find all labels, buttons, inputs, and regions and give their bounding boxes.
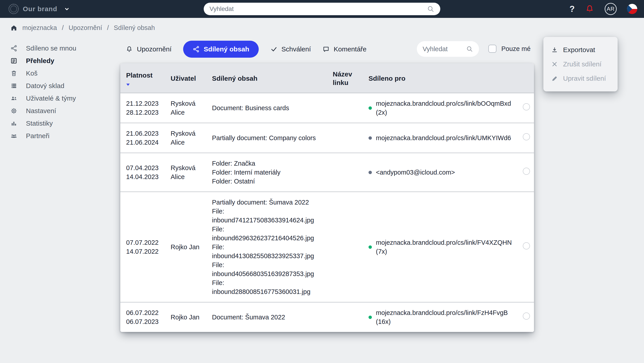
table-search-input[interactable]: Vyhledat (417, 41, 479, 57)
table-header-row: Platnost Uživatel Sdílený obsah Název li… (120, 63, 534, 93)
topbar: Our brand Vyhledat ? AR (0, 0, 644, 18)
shared-content-table: Platnost Uživatel Sdílený obsah Název li… (120, 63, 534, 332)
column-header-platnost[interactable]: Platnost (120, 63, 166, 93)
tab-label: Sdílený obsah (204, 45, 249, 53)
breadcrumb-separator: / (107, 24, 109, 31)
valid-from: 21.06.2023 (126, 129, 162, 138)
menu-item-upravit-sd-len-[interactable]: Upravit sdílení (544, 71, 618, 86)
tab-label: Upozornění (137, 45, 172, 53)
share-icon (10, 45, 18, 52)
brand-switcher[interactable]: Our brand (8, 4, 70, 14)
validity-cell: 07.04.2023 14.04.2023 (120, 153, 166, 192)
sidebar-item-label: Koš (26, 69, 38, 77)
valid-to: 21.06.2024 (126, 138, 162, 147)
row-select-cell (518, 93, 534, 123)
sidebar-item-label: Statistiky (26, 120, 53, 127)
user-cell: Rysková Alice (166, 153, 208, 192)
sidebar-item-nastaven-[interactable]: Nastavení (10, 105, 106, 117)
row-radio-button[interactable] (523, 313, 530, 320)
breadcrumb-separator: / (62, 24, 64, 31)
content-cell: Partially document: Šumava 2022File: inb… (208, 192, 328, 302)
content-line: File: inbound4056680351639287353.jpg (212, 260, 324, 278)
brand-name: Our brand (23, 5, 57, 13)
czech-flag (627, 4, 637, 14)
user-cell: Rysková Alice (166, 93, 208, 123)
sidebar-item-sd-leno-se-mnou[interactable]: Sdíleno se mnou (10, 42, 106, 54)
menu-item-zru-it-sd-len-[interactable]: Zrušit sdílení (544, 57, 618, 71)
valid-to: 14.04.2023 (126, 172, 162, 181)
row-select-cell (518, 192, 534, 302)
valid-to: 28.12.2023 (126, 108, 162, 117)
row-radio-button[interactable] (523, 133, 530, 140)
sidebar-item-label: Datový sklad (26, 82, 64, 90)
breadcrumb-item[interactable]: Sdílený obsah (114, 24, 155, 31)
user-cell: Rysková Alice (166, 123, 208, 153)
table-row[interactable]: 21.12.2023 28.12.2023 Rysková Alice Docu… (120, 93, 534, 123)
sidebar-item-p-ehledy[interactable]: Přehledy (10, 54, 106, 67)
search-icon (427, 5, 434, 13)
row-radio-button[interactable] (523, 242, 530, 249)
valid-from: 21.12.2023 (126, 99, 162, 108)
shared-to-value: mojeznacka.brandcloud.pro/cs/link/FzH4Fv… (376, 308, 514, 326)
shared-to-cell: mojeznacka.brandcloud.pro/cs/link/UMKYIW… (364, 123, 518, 153)
link-name-cell (328, 192, 364, 302)
validity-cell: 06.07.2022 06.07.2023 (120, 302, 166, 332)
avatar[interactable]: AR (605, 3, 617, 15)
status-dot (368, 171, 372, 174)
content-line: Document: Šumava 2022 (212, 313, 324, 322)
home-icon[interactable] (10, 24, 18, 31)
content-line: Partially document: Company colors (212, 133, 324, 142)
link-name-cell (328, 153, 364, 192)
tab-schv-len-[interactable]: Schválení (270, 45, 311, 53)
close-icon (551, 60, 558, 68)
breadcrumb-item[interactable]: Upozornění (69, 24, 102, 31)
shared-to-cell: mojeznacka.brandcloud.pro/cs/link/FV4XZQ… (364, 192, 518, 302)
table-row[interactable]: 21.06.2023 21.06.2024 Rysková Alice Part… (120, 123, 534, 153)
valid-from: 07.04.2023 (126, 163, 162, 172)
help-icon[interactable]: ? (570, 4, 575, 14)
content-line: File: inbound288008516775360031.jpg (212, 278, 324, 296)
sidebar-item-datov-sklad[interactable]: Datový sklad (10, 80, 106, 92)
status-dot (368, 245, 372, 249)
language-flag-icon[interactable] (627, 4, 637, 14)
valid-from: 06.07.2022 (126, 308, 162, 317)
table-row[interactable]: 07.04.2023 14.04.2023 Rysková Alice Fold… (120, 153, 534, 192)
link-name-cell (328, 302, 364, 332)
table-row[interactable]: 07.07.2022 14.07.2022 Rojko Jan Partiall… (120, 192, 534, 302)
row-radio-button[interactable] (523, 168, 530, 175)
column-header-sdileno-pro[interactable]: Sdíleno pro (364, 63, 518, 93)
content-cell: Document: Šumava 2022 (208, 302, 328, 332)
validity-cell: 07.07.2022 14.07.2022 (120, 192, 166, 302)
comment-icon (322, 46, 330, 53)
avatar-initials: AR (607, 6, 614, 12)
validity-cell: 21.06.2023 21.06.2024 (120, 123, 166, 153)
row-select-cell (518, 302, 534, 332)
tab-upozorn-n-[interactable]: Upozornění (126, 45, 172, 53)
breadcrumb-item[interactable]: mojeznacka (22, 24, 57, 31)
link-name-cell (328, 123, 364, 153)
row-select-cell (518, 123, 534, 153)
column-header-nazev-linku[interactable]: Název linku (328, 63, 364, 93)
valid-to: 06.07.2023 (126, 317, 162, 326)
sidebar-item-statistiky[interactable]: Statistiky (10, 117, 106, 130)
sidebar-item-u-ivatel-t-my[interactable]: Uživatelé & týmy (10, 92, 106, 105)
menu-item-exportovat[interactable]: Exportovat (544, 43, 618, 57)
shared-to-value: mojeznacka.brandcloud.pro/cs/link/FV4XZQ… (376, 238, 514, 256)
only-mine-checkbox[interactable] (488, 45, 496, 53)
global-search-input[interactable]: Vyhledat (204, 3, 440, 15)
shared-to-cell: <andypom03@icloud.com> (364, 153, 518, 192)
content-line: File: inbound6296326237216404526.jpg (212, 225, 324, 243)
column-header-sdileny-obsah[interactable]: Sdílený obsah (208, 63, 328, 93)
sidebar-item-partne-i[interactable]: Partneři (10, 130, 106, 142)
row-radio-button[interactable] (523, 103, 530, 110)
only-mine-filter[interactable]: Pouze mé (488, 45, 531, 53)
tab-sd-len-obsah[interactable]: Sdílený obsah (183, 41, 258, 58)
column-header-uzivatel[interactable]: Uživatel (166, 63, 208, 93)
table-row[interactable]: 06.07.2022 06.07.2023 Rojko Jan Document… (120, 302, 534, 332)
tab-koment-e[interactable]: Komentáře (322, 45, 366, 53)
shared-to-value: mojeznacka.brandcloud.pro/cs/link/bOOqmB… (376, 99, 514, 117)
notifications-bell-icon[interactable] (585, 4, 594, 14)
sidebar-item-ko-[interactable]: Koš (10, 67, 106, 80)
share-icon (192, 46, 200, 53)
data-warehouse-icon (10, 82, 18, 89)
